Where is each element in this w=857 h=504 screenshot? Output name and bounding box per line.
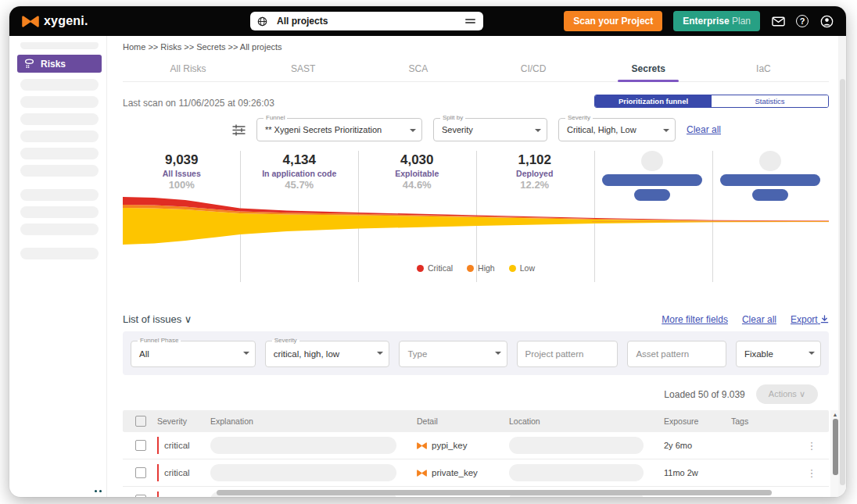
xygeni-logo[interactable]: xygeni. (22, 14, 88, 28)
toggle-prioritization-funnel[interactable]: Prioritization funnel (595, 95, 712, 107)
asset-pattern-input[interactable] (627, 341, 726, 367)
horizontal-scrollbar[interactable] (217, 490, 772, 495)
table-row[interactable]: critical private_key 11mo 2w ⋮ (123, 459, 829, 487)
tab-iac[interactable]: IaC (706, 58, 821, 81)
tab-cicd[interactable]: CI/CD (476, 58, 591, 81)
sidebar-item-placeholder[interactable] (20, 42, 99, 49)
stage-label: Exploitable (358, 169, 476, 178)
filter-label: Funnel Phase (138, 337, 181, 344)
scrollbar-thumb[interactable] (833, 419, 838, 475)
stage-count: 9,039 (123, 152, 241, 168)
severity-select[interactable]: Severity Critical, High, Low (558, 118, 676, 141)
select-all-checkbox[interactable] (135, 416, 146, 427)
app-window: xygeni. All projects Scan your Project E… (9, 6, 846, 497)
breadcrumb: Home >> Risks >> Secrets >> All projects (123, 42, 829, 52)
tab-sast[interactable]: SAST (246, 58, 360, 81)
stage-count: 1,102 (476, 152, 594, 168)
project-pattern-input[interactable] (517, 341, 619, 367)
help-icon[interactable]: ? (796, 15, 809, 27)
sidebar-resize-handle[interactable] (95, 490, 102, 492)
row-menu-icon[interactable]: ⋮ (805, 440, 818, 452)
severity-bar (157, 491, 159, 497)
exposure-cell: 3y 2mo (664, 495, 731, 497)
sidebar-item-risks[interactable]: Risks (17, 55, 102, 73)
scroll-up-icon[interactable]: ▲ (833, 412, 838, 417)
actions-button[interactable]: Actions ∨ (756, 384, 818, 404)
redacted-circle (641, 151, 663, 171)
enterprise-plan-button[interactable]: Enterprise Plan (673, 11, 760, 31)
funnel-area-chart (123, 191, 829, 254)
location-redacted (509, 464, 644, 481)
chevron-down-icon (535, 129, 541, 132)
split-by-select-label: Split by (440, 114, 465, 121)
severity-filter[interactable]: Severity critical, high, low (265, 341, 390, 367)
sidebar: Risks (9, 36, 107, 497)
funnel-select[interactable]: Funnel ** Xygeni Secrets Prioritization (256, 118, 422, 141)
row-checkbox[interactable] (135, 495, 146, 497)
tab-secrets[interactable]: Secrets (591, 58, 706, 81)
row-checkbox[interactable] (135, 440, 146, 451)
chevron-down-icon (809, 352, 815, 355)
mail-icon[interactable] (771, 14, 785, 28)
sidebar-item-placeholder[interactable] (20, 130, 99, 142)
account-icon[interactable] (819, 14, 834, 28)
risks-icon (23, 59, 35, 69)
severity-cell: critical (157, 491, 204, 497)
sidebar-item-placeholder[interactable] (20, 79, 99, 91)
toggle-statistics[interactable]: Statistics (712, 95, 828, 107)
window-scrollbar[interactable] (838, 36, 846, 497)
clear-all-filters-link[interactable]: Clear all (742, 314, 776, 325)
project-menu-icon[interactable] (465, 19, 475, 23)
table-row[interactable]: critical pypi_key 2y 6mo ⋮ (123, 432, 829, 459)
sidebar-item-placeholder[interactable] (20, 206, 99, 218)
legend-item-high[interactable]: High (467, 263, 495, 273)
row-menu-icon[interactable]: ⋮ (805, 467, 818, 479)
critical-dot-icon (417, 265, 424, 272)
legend-item-critical[interactable]: Critical (417, 263, 453, 273)
sidebar-item-placeholder[interactable] (20, 113, 99, 125)
sidebar-item-placeholder[interactable] (20, 189, 99, 201)
project-selector[interactable]: All projects (250, 12, 483, 30)
stage-percent: 12.2% (476, 179, 594, 191)
asset-pattern-field[interactable] (636, 349, 717, 359)
detail-cell: private_key (417, 495, 509, 497)
sidebar-item-placeholder[interactable] (20, 148, 99, 159)
stage-count: 4,134 (241, 152, 359, 168)
list-of-issues-title[interactable]: List of issues ∨ (123, 313, 192, 325)
more-filter-fields-link[interactable]: More filter fields (662, 314, 728, 325)
stage-percent: 45.7% (241, 179, 359, 191)
legend-item-low[interactable]: Low (509, 263, 535, 273)
type-filter[interactable]: Type (399, 341, 507, 367)
row-menu-icon[interactable]: ⋮ (805, 495, 818, 498)
row-checkbox[interactable] (135, 467, 146, 478)
project-pattern-field[interactable] (525, 349, 610, 359)
loaded-count-text: Loaded 50 of 9.039 (664, 389, 744, 400)
export-link[interactable]: Export (791, 314, 829, 325)
detail-label: private_key (432, 468, 478, 477)
prioritization-funnel: 9,039 All Issues 100% 4,134 In applicati… (123, 151, 829, 307)
detail-label: private_key (432, 495, 478, 497)
tab-sca[interactable]: SCA (360, 58, 475, 81)
severity-label: critical (164, 441, 190, 450)
legend-label: Critical (428, 263, 453, 273)
tune-filters-icon[interactable] (232, 124, 246, 136)
sidebar-item-placeholder[interactable] (20, 248, 99, 259)
funnel-phase-filter[interactable]: Funnel Phase All (131, 341, 256, 367)
download-icon (820, 315, 829, 323)
split-by-select[interactable]: Split by Severity (433, 118, 547, 141)
sidebar-item-placeholder[interactable] (20, 223, 99, 235)
fixable-filter[interactable]: Fixable (736, 341, 821, 367)
clear-all-funnel-link[interactable]: Clear all (687, 124, 721, 135)
actions-label: Actions (769, 389, 797, 399)
chevron-down-icon (410, 129, 416, 132)
sidebar-item-placeholder[interactable] (20, 165, 99, 177)
window-scrollbar-thumb[interactable] (840, 79, 845, 485)
tab-all-risks[interactable]: All Risks (131, 58, 246, 81)
sidebar-item-placeholder[interactable] (20, 96, 99, 108)
scan-project-button[interactable]: Scan your Project (564, 11, 662, 31)
filter-label: Severity (272, 337, 299, 344)
chart-legend: Critical High Low (123, 263, 829, 273)
stage-percent: 44.6% (358, 179, 476, 191)
plan-label-light: Plan (732, 16, 751, 27)
detail-cell: pypi_key (417, 441, 509, 450)
